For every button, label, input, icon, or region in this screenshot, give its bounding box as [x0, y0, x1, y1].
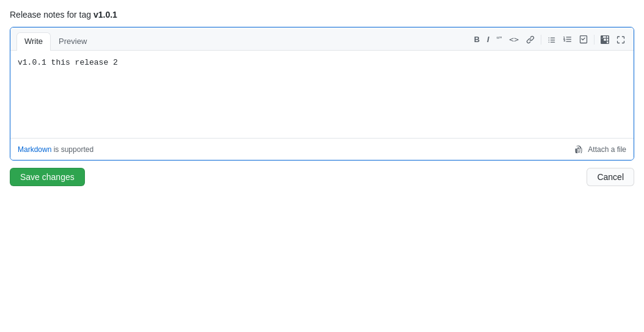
tab-write[interactable]: Write	[16, 32, 51, 51]
tabs-bar: Write Preview B I “” <>	[10, 27, 634, 51]
editor-textarea[interactable]: <span class="v-tag">v1.0.1</span> this r…	[18, 57, 626, 130]
attach-icon	[574, 143, 584, 155]
toolbar-separator-1	[541, 35, 541, 45]
code-button[interactable]: <>	[507, 34, 521, 45]
attach-file-button[interactable]: Attach a file	[574, 143, 626, 155]
page-title: Release notes for tag v1.0.1	[10, 10, 634, 20]
save-changes-button[interactable]: Save changes	[10, 168, 85, 186]
tabs-left: Write Preview	[16, 32, 95, 50]
editor-container: Write Preview B I “” <>	[10, 27, 634, 161]
cancel-button[interactable]: Cancel	[587, 168, 634, 186]
quote-button[interactable]: “”	[494, 34, 505, 45]
actions-row: Save changes Cancel	[10, 168, 634, 186]
editor-footer: Markdown is supported Attach a file	[10, 138, 634, 160]
task-list-button[interactable]	[577, 34, 590, 45]
bold-button[interactable]: B	[472, 34, 482, 45]
toolbar-icons: B I “” <>	[472, 34, 628, 49]
markdown-link[interactable]: Markdown	[18, 145, 51, 154]
markdown-suffix-text: is supported	[51, 145, 93, 154]
editor-body: <span class="v-tag">v1.0.1</span> this r…	[10, 51, 634, 138]
tab-preview[interactable]: Preview	[51, 32, 95, 51]
ordered-list-button[interactable]	[561, 34, 574, 45]
markdown-hint: Markdown is supported	[18, 145, 93, 154]
toolbar-separator-2	[594, 35, 595, 45]
unordered-list-button[interactable]	[545, 34, 558, 45]
table-button[interactable]	[598, 34, 612, 45]
fullscreen-button[interactable]	[614, 34, 628, 45]
attach-label: Attach a file	[588, 145, 626, 154]
italic-button[interactable]: I	[485, 34, 492, 45]
link-button[interactable]	[524, 34, 537, 45]
